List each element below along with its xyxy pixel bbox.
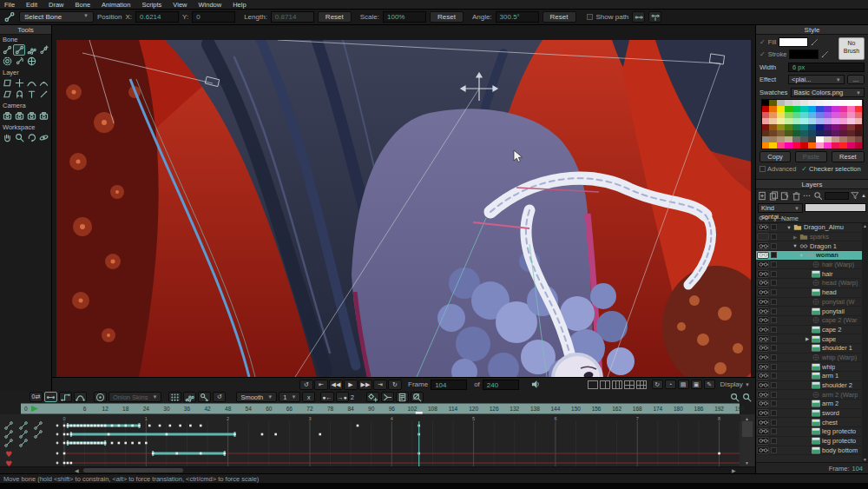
layer-row-leg-protecto[interactable]: leg protecto xyxy=(756,437,868,446)
step-back-button[interactable]: ◀◀ xyxy=(329,380,343,390)
split-3-view-icon[interactable] xyxy=(612,380,622,389)
swatch-cell[interactable] xyxy=(762,142,770,149)
swatch-cell[interactable] xyxy=(800,142,808,149)
layer-checkbox[interactable] xyxy=(771,280,777,286)
swatch-cell[interactable] xyxy=(847,118,855,124)
swatch-cell[interactable] xyxy=(839,142,847,149)
menu-item-edit[interactable]: Edit xyxy=(26,1,37,9)
expand-right-icon[interactable]: ▶ xyxy=(805,336,810,341)
swatch-cell[interactable] xyxy=(824,118,832,124)
swatch-cell[interactable] xyxy=(808,106,816,112)
swatch-cell[interactable] xyxy=(800,100,808,106)
repeat-count-dropdown[interactable]: 1▼ xyxy=(279,392,300,402)
clear-zoom-icon[interactable] xyxy=(411,392,424,402)
swatch-cell[interactable] xyxy=(785,100,792,106)
scale-field[interactable]: 100% xyxy=(383,11,426,23)
key-x-icon[interactable]: x xyxy=(302,392,315,402)
checker-selection-checkbox[interactable]: ✓ xyxy=(801,165,807,173)
bone-channels-icon[interactable] xyxy=(183,392,196,402)
fill-checkbox[interactable]: ✓ xyxy=(760,38,766,46)
layer-checkbox[interactable] xyxy=(771,271,777,277)
advanced-checkbox[interactable] xyxy=(760,166,766,172)
frame-field[interactable]: 104 xyxy=(431,380,467,390)
swatch-cell[interactable] xyxy=(839,100,847,106)
layer-row-cape-2[interactable]: cape 2 xyxy=(756,326,868,335)
swatch-cell[interactable] xyxy=(839,118,847,124)
swatch-cell[interactable] xyxy=(847,130,855,136)
swatch-cell[interactable] xyxy=(769,106,777,112)
swatch-cell[interactable] xyxy=(816,106,824,112)
transform-layer-tool[interactable] xyxy=(1,77,13,89)
menu-item-scripts[interactable]: Scripts xyxy=(141,1,161,9)
layer-checkbox[interactable] xyxy=(771,224,777,230)
swatch-cell[interactable] xyxy=(832,112,839,118)
swatch-cell[interactable] xyxy=(839,106,847,112)
swatch-cell[interactable] xyxy=(847,112,855,118)
layer-visibility-icon[interactable] xyxy=(757,363,769,371)
key-tool-icon[interactable] xyxy=(198,392,211,402)
swatch-cell[interactable] xyxy=(785,124,792,130)
swatch-cell[interactable] xyxy=(824,106,832,112)
position-x-field[interactable]: 0.6214 xyxy=(135,11,179,23)
roll-camera-tool[interactable] xyxy=(25,110,37,122)
swatch-cell[interactable] xyxy=(792,142,800,149)
reset-scale-button[interactable]: Reset xyxy=(430,11,464,23)
swatch-cell[interactable] xyxy=(855,130,863,136)
swatch-cell[interactable] xyxy=(855,136,863,142)
swatch-cell[interactable] xyxy=(777,142,785,149)
swatch-grid[interactable] xyxy=(761,99,864,149)
grid-6-view-icon[interactable] xyxy=(636,380,647,389)
swatch-cell[interactable] xyxy=(816,100,824,106)
reset-angle-button[interactable]: Reset xyxy=(542,11,576,23)
layer-row-ponytail-w[interactable]: ponytail (W xyxy=(756,298,868,307)
interp-step-icon[interactable] xyxy=(59,392,72,402)
effect-dropdown[interactable]: <plai...▼ xyxy=(788,75,845,84)
angle-field[interactable]: 300.5° xyxy=(496,11,539,23)
bone-selector-dropdown[interactable]: Select Bone▼ xyxy=(19,11,94,23)
rotate-canvas-icon[interactable]: ↻ xyxy=(652,380,663,389)
magnet-tool[interactable] xyxy=(13,89,25,100)
nudge-right-icon[interactable]: →● xyxy=(336,392,349,402)
swatch-cell[interactable] xyxy=(762,112,770,118)
layer-checkbox[interactable] xyxy=(771,373,777,379)
menu-item-bone[interactable]: Bone xyxy=(76,1,91,9)
layer-visibility-icon[interactable] xyxy=(757,307,769,315)
swatch-cell[interactable] xyxy=(785,130,792,136)
draw-mode-icon[interactable]: ✎ xyxy=(704,380,715,389)
hscroll-right-arrow[interactable]: ▶ xyxy=(732,467,736,474)
swatch-cell[interactable] xyxy=(792,106,800,112)
swatch-cell[interactable] xyxy=(824,136,832,142)
jump-end-button[interactable]: ⇥ xyxy=(373,380,387,390)
paste-style-button[interactable]: Paste xyxy=(795,151,827,162)
swatch-cell[interactable] xyxy=(824,124,832,130)
layer-visibility-icon[interactable] xyxy=(757,335,769,343)
layer-visibility-icon[interactable] xyxy=(757,428,769,436)
layers-collapse-icon[interactable]: ▲ xyxy=(861,193,866,198)
menu-item-window[interactable]: Window xyxy=(198,1,221,9)
layer-checkbox[interactable] xyxy=(771,354,777,360)
layer-checkbox[interactable] xyxy=(771,317,777,323)
layer-visibility-icon[interactable] xyxy=(757,280,769,287)
layer-row-arm-2[interactable]: arm 2 xyxy=(756,400,868,409)
reset-style-button[interactable]: Reset xyxy=(832,151,865,162)
swatch-cell[interactable] xyxy=(800,106,808,112)
layer-row-sword[interactable]: sword xyxy=(756,409,868,419)
reference-layer-icon[interactable] xyxy=(780,191,790,201)
position-y-field[interactable]: 0 xyxy=(192,11,235,23)
layer-row-arm-1[interactable]: arm 1 xyxy=(756,372,868,381)
bind-points-tool[interactable] xyxy=(25,56,37,67)
layer-search-field[interactable] xyxy=(825,192,849,200)
new-layer-icon[interactable] xyxy=(758,191,767,201)
step-forward-button[interactable]: ▶▶ xyxy=(358,380,372,390)
layer-row-woman[interactable]: ▼woman xyxy=(756,251,868,261)
swatch-cell[interactable] xyxy=(800,130,808,136)
layer-visibility-icon[interactable] xyxy=(757,373,769,380)
swatch-cell[interactable] xyxy=(847,136,855,142)
swatch-cell[interactable] xyxy=(762,130,770,136)
add-bone-tool[interactable] xyxy=(37,44,49,56)
swatch-cell[interactable] xyxy=(800,124,808,130)
swatch-cell[interactable] xyxy=(800,136,808,142)
swatch-cell[interactable] xyxy=(808,130,816,136)
swatch-cell[interactable] xyxy=(792,136,800,142)
timeline-zoom-in-icon[interactable] xyxy=(742,393,752,402)
